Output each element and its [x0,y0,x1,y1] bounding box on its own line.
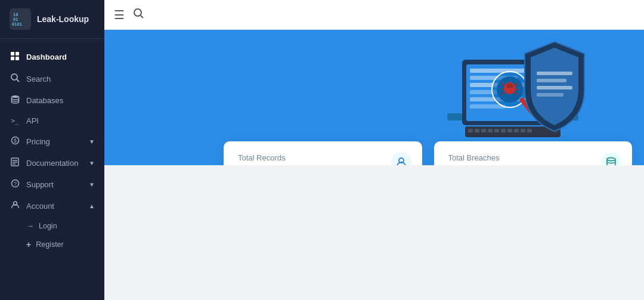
sidebar-item-login[interactable]: → Login [0,217,104,235]
svg-rect-33 [475,129,479,132]
sidebar-item-label: Search [26,75,51,83]
svg-rect-38 [507,129,512,132]
svg-point-8 [11,74,17,80]
svg-text:10: 10 [13,13,18,17]
sidebar-sub-item-label: Register [36,240,64,249]
breaches-title: Total Breaches [448,153,618,162]
svg-rect-34 [481,129,486,132]
logo: 10 01 0101 Leak-Lookup [0,0,104,39]
sidebar: 10 01 0101 Leak-Lookup Dashboard Search [0,0,104,300]
sidebar-navigation: Dashboard Search Databases >_ API $ Pric… [0,39,104,300]
sidebar-item-support[interactable]: ? Support ▼ [0,174,104,195]
api-icon: >_ [10,117,20,125]
svg-point-45 [506,83,513,88]
support-icon: ? [10,179,20,190]
dashboard-icon [10,51,20,63]
register-plus-icon: + [26,240,31,249]
sidebar-item-label: API [26,116,39,125]
svg-rect-36 [494,129,499,132]
svg-point-10 [11,95,18,98]
svg-rect-37 [501,129,506,132]
logo-icon: 10 01 0101 [10,8,31,30]
topbar-search-icon[interactable] [133,8,144,21]
sidebar-item-documentation[interactable]: Documentation ▼ [0,152,104,174]
svg-rect-39 [514,129,519,132]
svg-text:0101: 0101 [12,22,22,27]
svg-rect-41 [527,129,532,132]
account-icon [10,200,20,211]
total-records-card: Total Records 22,995,851,159 Last update… [224,141,422,165]
svg-rect-53 [537,72,572,75]
svg-rect-25 [470,69,530,73]
svg-rect-40 [521,129,525,132]
svg-rect-7 [16,57,19,60]
svg-rect-6 [11,57,14,60]
main-area: ☰ [104,0,644,300]
svg-text:?: ? [13,181,16,187]
svg-rect-5 [16,52,19,55]
sidebar-item-account[interactable]: Account ▲ [0,195,104,217]
sidebar-item-label: Dashboard [26,52,67,61]
svg-rect-54 [537,79,566,82]
sidebar-item-pricing[interactable]: $ Pricing ▼ [0,131,104,152]
sidebar-item-search[interactable]: Search [0,68,104,89]
sidebar-item-register[interactable]: + Register [0,235,104,254]
svg-rect-55 [537,86,572,89]
svg-rect-4 [11,52,14,55]
sidebar-item-label: Account [26,202,54,211]
databases-icon [10,95,20,106]
records-title: Total Records [238,153,408,162]
sidebar-item-label: Databases [26,96,63,105]
login-arrow-icon: → [26,221,34,230]
search-icon [10,73,20,84]
account-chevron-icon: ▲ [89,203,95,209]
svg-point-20 [134,9,141,16]
menu-icon[interactable]: ☰ [114,8,125,22]
svg-point-58 [607,157,615,160]
logo-text: Leak-Lookup [37,14,89,24]
documentation-chevron-icon: ▼ [89,160,95,166]
pricing-icon: $ [10,136,20,147]
sidebar-item-dashboard[interactable]: Dashboard [0,46,104,68]
pricing-chevron-icon: ▼ [89,138,95,145]
bottom-section [104,165,644,301]
sidebar-item-label: Documentation [26,159,78,168]
svg-text:01: 01 [13,17,18,22]
topbar: ☰ [104,0,644,30]
sidebar-item-api[interactable]: >_ API [0,111,104,131]
hero-banner: Total Records 22,995,851,159 Last update… [104,30,644,165]
sidebar-item-label: Support [26,180,54,189]
svg-line-21 [141,16,143,18]
content-area: Total Records 22,995,851,159 Last update… [104,30,644,300]
svg-rect-56 [537,93,564,97]
total-breaches-card: Total Breaches 3,877 [434,141,633,165]
svg-rect-32 [468,129,473,132]
sidebar-item-label: Pricing [26,137,50,146]
sidebar-sub-item-label: Login [39,222,57,230]
svg-rect-35 [488,129,493,132]
sidebar-item-databases[interactable]: Databases [0,89,104,111]
documentation-icon [10,157,20,168]
support-chevron-icon: ▼ [89,181,95,188]
svg-text:$: $ [13,138,16,144]
svg-line-9 [17,79,19,82]
